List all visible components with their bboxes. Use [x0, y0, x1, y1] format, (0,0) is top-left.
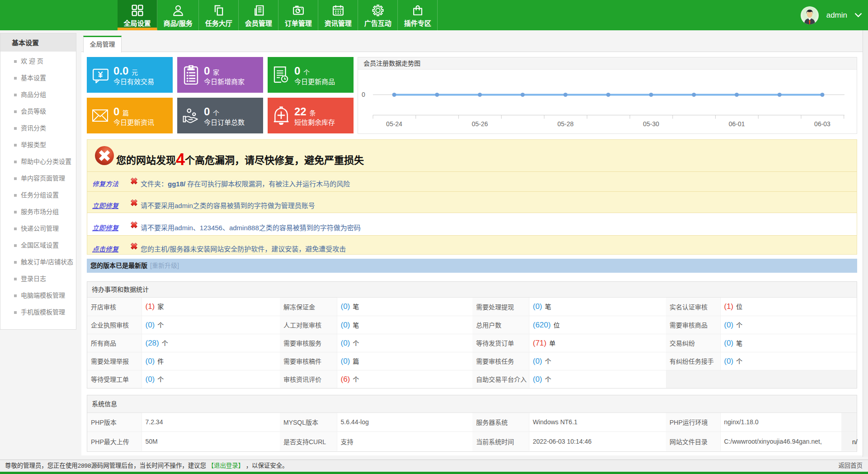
svg-text:06-01: 06-01 [729, 120, 745, 128]
svg-text:0: 0 [362, 91, 365, 98]
svg-text:05-30: 05-30 [643, 120, 659, 128]
svg-text:05-24: 05-24 [386, 120, 402, 128]
svg-text:05-28: 05-28 [557, 120, 574, 128]
svg-text:05-26: 05-26 [472, 120, 488, 128]
svg-text:06-03: 06-03 [814, 120, 830, 128]
